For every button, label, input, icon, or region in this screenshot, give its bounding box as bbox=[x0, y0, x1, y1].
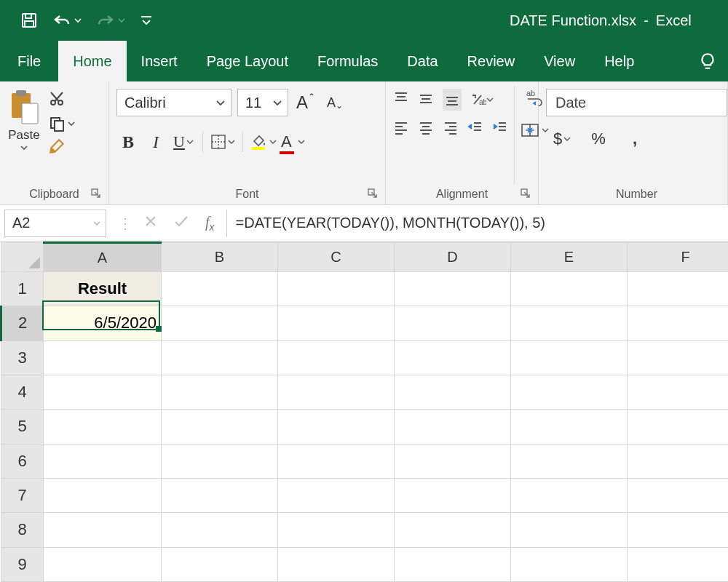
clipboard-launcher-icon[interactable] bbox=[91, 188, 101, 202]
column-header-C[interactable]: C bbox=[278, 243, 395, 272]
column-header-E[interactable]: E bbox=[511, 243, 628, 272]
tab-review[interactable]: Review bbox=[453, 41, 530, 81]
align-right-icon[interactable] bbox=[443, 119, 459, 138]
formula-input[interactable]: =DATE(YEAR(TODAY()), MONTH(TODAY()), 5) bbox=[226, 210, 728, 237]
cell-F1[interactable] bbox=[628, 272, 729, 306]
save-icon[interactable] bbox=[20, 12, 38, 29]
tab-formulas[interactable]: Formulas bbox=[303, 41, 392, 81]
fill-color-button[interactable] bbox=[250, 129, 277, 154]
font-size-combo[interactable]: 11 bbox=[237, 89, 288, 116]
comma-style-button[interactable]: , bbox=[623, 127, 646, 151]
cut-icon[interactable] bbox=[48, 90, 75, 111]
row-header-7[interactable]: 7 bbox=[1, 478, 44, 512]
customize-qat-button[interactable] bbox=[140, 14, 153, 27]
cell-D3[interactable] bbox=[395, 340, 511, 375]
row-header-4[interactable]: 4 bbox=[1, 375, 44, 409]
cell-A3[interactable] bbox=[44, 340, 162, 375]
cell-F2[interactable] bbox=[628, 306, 729, 340]
select-all-corner[interactable] bbox=[1, 243, 44, 272]
row-header-8[interactable]: 8 bbox=[1, 513, 44, 547]
tell-me-icon[interactable] bbox=[687, 41, 728, 81]
tab-page-layout[interactable]: Page Layout bbox=[192, 41, 303, 81]
cell-E3[interactable] bbox=[511, 340, 628, 375]
enter-formula-icon[interactable] bbox=[173, 215, 189, 231]
tab-file[interactable]: File bbox=[0, 41, 58, 81]
cell-B2[interactable] bbox=[162, 306, 278, 340]
tab-data[interactable]: Data bbox=[392, 41, 452, 81]
row-header-6[interactable]: 6 bbox=[1, 444, 44, 478]
number-format-combo[interactable]: Date bbox=[546, 89, 727, 116]
tab-insert[interactable]: Insert bbox=[127, 41, 192, 81]
row-header-1[interactable]: 1 bbox=[1, 272, 44, 306]
tab-home[interactable]: Home bbox=[58, 41, 126, 81]
paste-button[interactable]: Paste bbox=[7, 86, 41, 184]
column-header-A[interactable]: A bbox=[44, 243, 162, 272]
cell-C8[interactable] bbox=[278, 513, 395, 547]
font-name-combo[interactable]: Calibri bbox=[116, 89, 232, 116]
tab-help[interactable]: Help bbox=[590, 41, 649, 81]
cell-C1[interactable] bbox=[278, 272, 395, 306]
cell-B8[interactable] bbox=[162, 513, 278, 547]
undo-button[interactable] bbox=[52, 12, 82, 28]
cell-E4[interactable] bbox=[511, 375, 628, 409]
cell-E1[interactable] bbox=[511, 272, 628, 306]
font-color-button[interactable]: A bbox=[281, 129, 305, 154]
cell-C7[interactable] bbox=[278, 478, 395, 512]
cell-A7[interactable] bbox=[44, 478, 162, 512]
cell-D9[interactable] bbox=[395, 547, 511, 581]
cell-F9[interactable] bbox=[628, 547, 729, 581]
cell-A1[interactable]: Result bbox=[44, 272, 162, 306]
cell-C5[interactable] bbox=[278, 410, 395, 444]
cell-D4[interactable] bbox=[395, 375, 511, 409]
cell-F8[interactable] bbox=[628, 513, 729, 547]
align-center-icon[interactable] bbox=[418, 119, 434, 138]
cell-E6[interactable] bbox=[511, 444, 628, 478]
cell-A2[interactable]: 6/5/2020 bbox=[44, 306, 162, 340]
cell-A6[interactable] bbox=[44, 444, 162, 478]
cell-B5[interactable] bbox=[162, 410, 278, 444]
cell-D8[interactable] bbox=[395, 513, 511, 547]
column-header-D[interactable]: D bbox=[395, 243, 511, 272]
cell-D5[interactable] bbox=[395, 410, 511, 444]
cell-B9[interactable] bbox=[162, 547, 278, 581]
cell-F5[interactable] bbox=[628, 410, 729, 444]
align-top-icon[interactable] bbox=[393, 90, 409, 109]
percent-style-button[interactable]: % bbox=[587, 127, 610, 151]
cell-F4[interactable] bbox=[628, 375, 729, 409]
increase-font-icon[interactable]: A⌃ bbox=[294, 90, 317, 115]
cell-C3[interactable] bbox=[278, 340, 395, 375]
cell-A4[interactable] bbox=[44, 375, 162, 409]
cell-C2[interactable] bbox=[278, 306, 395, 340]
row-header-2[interactable]: 2 bbox=[1, 306, 44, 340]
cell-D1[interactable] bbox=[395, 272, 511, 306]
borders-button[interactable] bbox=[210, 129, 235, 154]
align-left-icon[interactable] bbox=[393, 119, 409, 138]
align-middle-icon[interactable] bbox=[418, 90, 434, 109]
cell-E8[interactable] bbox=[511, 513, 628, 547]
underline-button[interactable]: U bbox=[172, 129, 195, 154]
cell-E9[interactable] bbox=[511, 547, 628, 581]
cell-E5[interactable] bbox=[511, 410, 628, 444]
align-bottom-icon[interactable] bbox=[443, 89, 462, 111]
bold-button[interactable]: B bbox=[116, 129, 140, 154]
decrease-indent-icon[interactable] bbox=[467, 119, 483, 138]
italic-button[interactable]: I bbox=[144, 129, 167, 154]
cell-grid[interactable]: A B C D E F 1 Result 2 6/5/2020 3 4 5 6 bbox=[0, 242, 728, 582]
redo-button[interactable] bbox=[96, 12, 125, 28]
cell-E2[interactable] bbox=[511, 306, 628, 340]
cell-C9[interactable] bbox=[278, 547, 395, 581]
cell-A8[interactable] bbox=[44, 513, 162, 547]
cell-D2[interactable] bbox=[395, 306, 511, 340]
cell-E7[interactable] bbox=[511, 478, 628, 512]
cell-A5[interactable] bbox=[44, 410, 162, 444]
row-header-5[interactable]: 5 bbox=[1, 410, 44, 444]
accounting-format-button[interactable]: $ bbox=[550, 127, 574, 151]
cell-B3[interactable] bbox=[162, 340, 278, 375]
alignment-launcher-icon[interactable] bbox=[521, 188, 531, 202]
cancel-formula-icon[interactable] bbox=[144, 215, 157, 231]
cell-B1[interactable] bbox=[162, 272, 278, 306]
insert-function-icon[interactable]: fx bbox=[205, 214, 215, 233]
fx-dots-icon[interactable]: ⋮ bbox=[118, 215, 132, 232]
cell-F3[interactable] bbox=[628, 340, 729, 375]
cell-B7[interactable] bbox=[162, 478, 278, 512]
